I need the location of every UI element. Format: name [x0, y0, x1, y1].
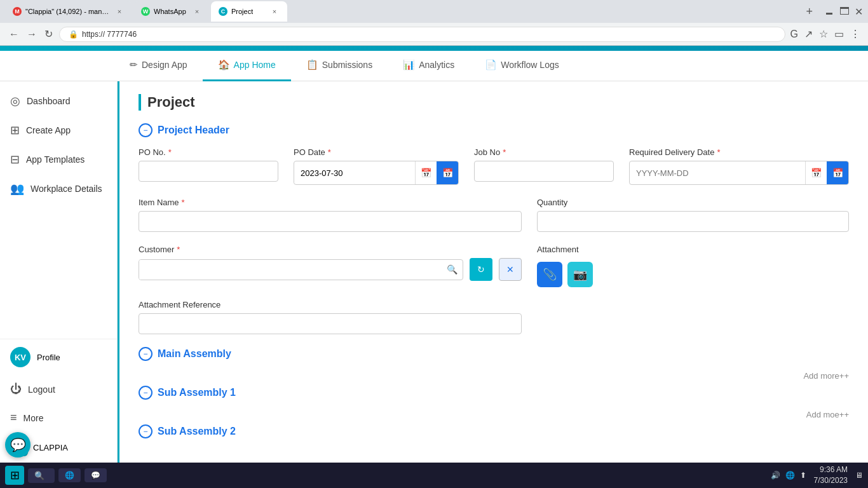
back-button[interactable]: ← — [8, 27, 20, 41]
customer-refresh-button[interactable]: ↻ — [470, 258, 492, 281]
submissions-label: Submissions — [322, 60, 372, 70]
window-controls: 🗕 🗖 ✕ — [824, 6, 863, 18]
browser-tab-project[interactable]: C Project × — [211, 1, 287, 22]
input-customer[interactable] — [139, 260, 442, 280]
delivery-date-calendar-blue-btn[interactable]: 📅 — [827, 161, 848, 184]
sidebar-item-dashboard-label: Dashboard — [27, 96, 71, 106]
required-star-po-date: * — [328, 147, 331, 157]
sidebar: ◎ Dashboard ⊞ Create App ⊟ App Templates… — [0, 81, 118, 463]
main-assembly-toggle[interactable]: − — [139, 347, 153, 361]
label-job-no: Job No * — [474, 147, 614, 157]
input-job-no[interactable] — [474, 161, 614, 182]
refresh-button[interactable]: ↻ — [43, 27, 54, 41]
share-icon[interactable]: ↗ — [804, 28, 813, 40]
sidebar-item-app-templates[interactable]: ⊟ App Templates — [0, 145, 117, 174]
tab-title-project: Project — [231, 8, 253, 15]
submissions-icon: 📋 — [306, 59, 318, 71]
app-home-label: App Home — [234, 60, 276, 70]
form-row-1: PO No. * PO Date * 📅 📅 — [139, 147, 849, 185]
browser-tab-whatsapp[interactable]: W WhatsApp × — [133, 1, 210, 22]
sidebar-item-create-app-label: Create App — [26, 125, 71, 135]
maximize-button[interactable]: 🗖 — [839, 6, 850, 18]
sidebar-toggle-icon[interactable]: ▭ — [834, 28, 844, 40]
field-quantity: Quantity — [537, 198, 849, 232]
chat-bubble[interactable]: 💬 — [5, 432, 31, 458]
delivery-date-calendar-icon-btn[interactable]: 📅 — [805, 161, 827, 184]
input-required-delivery-date[interactable] — [630, 163, 805, 183]
browser-tab-gmail[interactable]: M "Clappia" (14,092) - manager_it© × — [5, 1, 132, 22]
form-row-2: Item Name * Quantity — [139, 198, 849, 232]
tab-close-gmail[interactable]: × — [114, 6, 125, 17]
app-nav-tab-submissions[interactable]: 📋 Submissions — [291, 51, 388, 81]
field-item-name: Item Name * — [139, 198, 522, 232]
field-required-delivery-date: Required Delivery Date * 📅 📅 — [629, 147, 849, 185]
input-item-name[interactable] — [139, 211, 522, 232]
analytics-icon: 📊 — [403, 59, 415, 71]
forward-button[interactable]: → — [25, 27, 38, 41]
sidebar-item-dashboard[interactable]: ◎ Dashboard — [0, 86, 117, 116]
input-attachment-reference[interactable] — [139, 313, 522, 334]
required-star-job-no: * — [503, 147, 506, 157]
project-header-toggle[interactable]: − — [139, 123, 153, 137]
address-field[interactable]: 🔒 https:// 7777746 — [59, 27, 785, 42]
sub-assembly-2-section: − Sub Assembly 2 — [139, 424, 849, 438]
main-assembly-add-more-link[interactable]: Add more++ — [803, 371, 849, 381]
star-icon[interactable]: ☆ — [819, 28, 828, 40]
browser-titlebar: M "Clappia" (14,092) - manager_it© × W W… — [0, 0, 868, 23]
sidebar-item-logout[interactable]: ⏻ Logout — [0, 375, 117, 403]
attachment-camera-button[interactable]: 📷 — [567, 262, 593, 287]
sub-assembly-1-toggle[interactable]: − — [139, 386, 153, 400]
sub-assembly-1-add-more-link[interactable]: Add moe++ — [806, 410, 849, 419]
customer-input-group: 🔍 ↻ ✕ — [139, 258, 522, 281]
app-nav-tab-workflow-logs[interactable]: 📄 Workflow Logs — [470, 51, 574, 81]
url-text: https:// 7777746 — [82, 30, 776, 39]
google-icon[interactable]: G — [790, 29, 798, 40]
sub-assembly-1-section: − Sub Assembly 1 — [139, 386, 849, 400]
content-area: Project − Project Header PO No. * PO Dat… — [118, 81, 868, 463]
po-date-calendar-blue-btn[interactable]: 📅 — [437, 161, 458, 184]
input-quantity[interactable] — [537, 211, 849, 232]
po-date-calendar-icon-btn[interactable]: 📅 — [415, 161, 437, 184]
customer-clear-button[interactable]: ✕ — [499, 258, 522, 281]
dashboard-icon: ◎ — [10, 94, 20, 108]
field-po-no: PO No. * — [139, 147, 278, 182]
new-tab-button[interactable]: + — [802, 5, 817, 18]
sub-assembly-1-add-more-row: Add moe++ — [139, 410, 849, 419]
sidebar-item-profile[interactable]: KV Profile — [0, 339, 117, 375]
input-po-date[interactable] — [294, 163, 415, 183]
sidebar-item-more[interactable]: ≡ More — [0, 403, 117, 432]
sub-assembly-2-toggle[interactable]: − — [139, 424, 153, 438]
main-assembly-section: − Main Assembly — [139, 347, 849, 361]
workflow-logs-label: Workflow Logs — [501, 60, 559, 70]
field-attachment-reference: Attachment Reference — [139, 300, 522, 334]
browser-tabs: M "Clappia" (14,092) - manager_it© × W W… — [5, 1, 799, 22]
sidebar-item-workplace-details[interactable]: 👥 Workplace Details — [0, 174, 117, 203]
sidebar-item-create-app[interactable]: ⊞ Create App — [0, 116, 117, 145]
app-nav-tab-design-app[interactable]: ✏ Design App — [114, 51, 203, 81]
input-po-no[interactable] — [139, 161, 278, 182]
required-star-delivery-date: * — [717, 147, 720, 157]
form-row-4: Attachment Reference — [139, 300, 849, 334]
app-home-icon: 🏠 — [218, 59, 230, 71]
lock-icon: 🔒 — [69, 30, 78, 39]
app-nav-tab-app-home[interactable]: 🏠 App Home — [203, 51, 291, 81]
app-nav-tab-analytics[interactable]: 📊 Analytics — [388, 51, 470, 81]
label-item-name: Item Name * — [139, 198, 522, 207]
customer-search-icon: 🔍 — [442, 264, 463, 274]
tab-close-whatsapp[interactable]: × — [192, 6, 202, 17]
field-customer: Customer * 🔍 ↻ ✕ — [139, 245, 522, 281]
address-bar: ← → ↻ 🔒 https:// 7777746 G ↗ ☆ ▭ ⋮ — [0, 23, 868, 46]
close-button[interactable]: ✕ — [855, 6, 863, 18]
attachment-link-button[interactable]: 📎 — [537, 262, 562, 287]
menu-icon[interactable]: ⋮ — [850, 28, 860, 40]
label-po-date: PO Date * — [294, 147, 459, 157]
tab-close-project[interactable]: × — [269, 6, 280, 17]
project-header-title: Project Header — [158, 125, 229, 136]
main-layout: ◎ Dashboard ⊞ Create App ⊟ App Templates… — [0, 81, 868, 463]
logout-icon: ⏻ — [10, 383, 22, 396]
design-app-label: Design App — [142, 60, 187, 70]
tab-title-gmail: "Clappia" (14,092) - manager_it© — [25, 8, 111, 15]
app-templates-icon: ⊟ — [10, 152, 20, 166]
workplace-details-icon: 👥 — [10, 182, 24, 196]
minimize-button[interactable]: 🗕 — [824, 6, 834, 18]
